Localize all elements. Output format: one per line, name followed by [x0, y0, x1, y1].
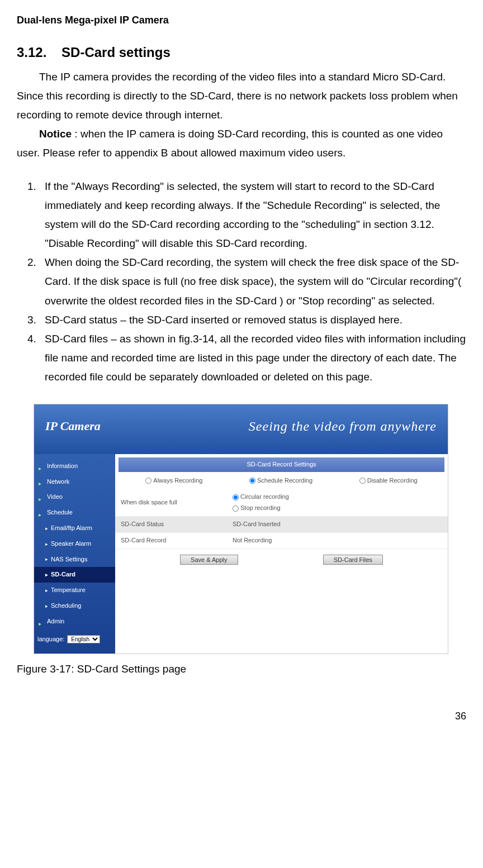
radio-label: Always Recording	[153, 475, 202, 487]
embedded-screenshot: IP Camera Seeing the video from anywhere…	[34, 404, 448, 655]
language-row: language: English	[34, 629, 115, 650]
banner: IP Camera Seeing the video from anywhere	[34, 404, 448, 454]
arrow-icon: ▸	[45, 524, 48, 533]
expand-icon: ▸	[39, 479, 44, 484]
radio-circular[interactable]: Circular recording	[233, 492, 442, 503]
numbered-list: If the "Always Recording" is selected, t…	[17, 177, 466, 387]
sidebar-item-video[interactable]: ▸Video	[34, 489, 115, 505]
sidebar-item-label: Network	[47, 476, 69, 488]
radio-input[interactable]	[145, 478, 151, 484]
notice-paragraph: Notice : when the IP camera is doing SD-…	[17, 125, 466, 163]
sidebar-item-label: Admin	[47, 616, 64, 627]
disk-full-label: When disk space full	[121, 497, 233, 508]
expand-icon: ▸	[39, 510, 44, 516]
radio-input[interactable]	[249, 478, 255, 484]
sidebar-item-label: Information	[47, 461, 78, 472]
sidebar-item-temperature[interactable]: ▸Temperature	[34, 583, 115, 598]
record-label: SD-Card Record	[121, 535, 233, 546]
sidebar-item-speaker[interactable]: ▸Speaker Alarm	[34, 536, 115, 552]
language-select[interactable]: English	[67, 635, 100, 643]
sidebar-item-label: SD-Card	[51, 569, 75, 580]
notice-label: Notice	[39, 128, 72, 140]
notice-text: : when the IP camera is doing SD-Card re…	[17, 128, 443, 159]
radio-disable-recording[interactable]: Disable Recording	[359, 475, 418, 487]
button-row: Save & Apply SD-Card Files	[115, 549, 448, 570]
sidebar-item-information[interactable]: ▸Information	[34, 459, 115, 474]
sdcard-files-button[interactable]: SD-Card Files	[323, 555, 383, 565]
sidebar-item-sdcard[interactable]: ▸SD-Card	[34, 567, 115, 583]
arrow-icon: ▸	[45, 570, 48, 579]
sidebar-item-label: Temperature	[51, 585, 86, 596]
radio-always-recording[interactable]: Always Recording	[145, 475, 202, 487]
radio-schedule-recording[interactable]: Schedule Recording	[249, 475, 312, 487]
sidebar-item-email-ftp[interactable]: ▸Email/ftp Alarm	[34, 521, 115, 536]
document-header: Dual-lens Mega-pixel IP Camera	[17, 11, 466, 29]
section-name: SD-Card settings	[61, 45, 171, 60]
radio-label: Stop recording	[240, 503, 281, 514]
sidebar-item-label: Scheduling	[51, 600, 81, 612]
sidebar-item-network[interactable]: ▸Network	[34, 474, 115, 490]
radio-input[interactable]	[359, 478, 366, 484]
intro-paragraph: The IP camera provides the recording of …	[17, 68, 466, 125]
banner-logo-text: IP Camera	[45, 415, 101, 437]
status-label: SD-Card Status	[121, 519, 233, 530]
arrow-icon: ▸	[45, 555, 48, 564]
figure-caption: Figure 3-17: SD-Card Settings page	[17, 660, 466, 679]
expand-icon: ▸	[39, 464, 44, 469]
sidebar-item-label: NAS Settings	[51, 554, 87, 565]
save-apply-button[interactable]: Save & Apply	[180, 555, 238, 565]
list-item: SD-Card status – the SD-Card inserted or…	[39, 311, 466, 330]
arrow-icon: ▸	[45, 586, 48, 595]
radio-label: Schedule Recording	[257, 475, 312, 487]
list-item: SD-Card files – as shown in fig.3-14, al…	[39, 330, 466, 387]
record-value: Not Recording	[233, 535, 442, 546]
sidebar-item-schedule[interactable]: ▸Schedule	[34, 505, 115, 521]
section-title: 3.12. SD-Card settings	[17, 40, 466, 64]
recording-mode-row: Always Recording Schedule Recording Disa…	[115, 472, 448, 490]
radio-input[interactable]	[233, 505, 239, 512]
radio-label: Disable Recording	[367, 475, 418, 487]
disk-full-row: When disk space full Circular recording …	[115, 489, 448, 517]
disk-full-options: Circular recording Stop recording	[233, 492, 442, 514]
sidebar-item-scheduling[interactable]: ▸Scheduling	[34, 598, 115, 614]
sidebar-item-label: Video	[47, 492, 63, 503]
language-label: language:	[37, 634, 64, 645]
expand-icon: ▸	[39, 619, 44, 624]
sidebar-item-label: Speaker Alarm	[51, 538, 91, 550]
record-row: SD-Card Record Not Recording	[115, 533, 448, 549]
content-title: SD-Card Record Settings	[119, 457, 444, 472]
sidebar-item-admin[interactable]: ▸Admin	[34, 614, 115, 629]
arrow-icon: ▸	[45, 602, 48, 611]
section-number: 3.12.	[17, 45, 46, 60]
main-area: ▸Information ▸Network ▸Video ▸Schedule ▸…	[34, 454, 448, 654]
radio-input[interactable]	[233, 494, 239, 500]
page-number: 36	[17, 707, 466, 725]
list-item: If the "Always Recording" is selected, t…	[39, 177, 466, 254]
sidebar-item-label: Email/ftp Alarm	[51, 523, 92, 534]
list-item: When doing the SD-Card recording, the sy…	[39, 253, 466, 311]
content-area: SD-Card Record Settings Always Recording…	[115, 454, 448, 654]
sidebar-item-nas[interactable]: ▸NAS Settings	[34, 552, 115, 567]
expand-icon: ▸	[39, 494, 44, 500]
radio-label: Circular recording	[240, 492, 289, 503]
radio-stop[interactable]: Stop recording	[233, 503, 442, 514]
sidebar: ▸Information ▸Network ▸Video ▸Schedule ▸…	[34, 454, 115, 654]
banner-tagline: Seeing the video from anywhere	[249, 414, 437, 438]
status-row: SD-Card Status SD-Card Inserted	[115, 517, 448, 533]
sidebar-item-label: Schedule	[47, 507, 73, 518]
status-value: SD-Card Inserted	[233, 519, 442, 530]
arrow-icon: ▸	[45, 540, 48, 549]
